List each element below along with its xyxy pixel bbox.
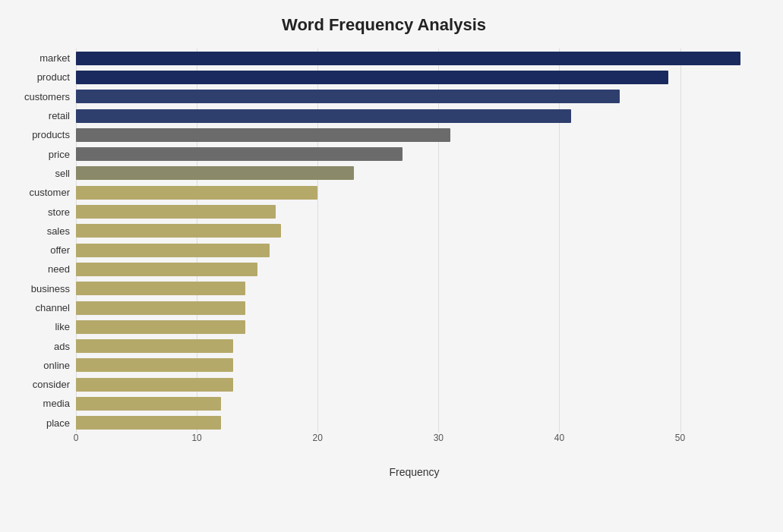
bar-sell	[76, 166, 354, 180]
bar-row-customers	[76, 88, 753, 105]
bar-product	[76, 71, 668, 84]
bar-row-media	[76, 395, 753, 412]
y-label-price: price	[49, 144, 70, 163]
grid-area	[76, 49, 753, 433]
bar-row-sales	[76, 222, 753, 239]
y-label-products: products	[32, 125, 70, 144]
y-label-product: product	[37, 68, 70, 87]
bars-area	[76, 49, 753, 433]
chart-title: Word Frequency Analysis	[15, 15, 753, 35]
bar-row-like	[76, 319, 753, 335]
y-label-consider: consider	[33, 375, 70, 394]
y-label-ads: ads	[54, 336, 70, 355]
y-label-sell: sell	[55, 164, 70, 183]
y-label-customer: customer	[30, 183, 70, 202]
bar-row-ads	[76, 338, 753, 354]
y-label-customers: customers	[24, 87, 70, 106]
bar-row-sell	[76, 165, 753, 181]
x-tick-0: 0	[74, 433, 79, 443]
x-tick-50: 50	[675, 433, 685, 443]
bar-row-place	[76, 414, 753, 431]
bar-retail	[76, 109, 571, 123]
bar-price	[76, 147, 403, 161]
bar-like	[76, 320, 245, 334]
bar-online	[76, 358, 233, 372]
x-tick-10: 10	[191, 433, 201, 443]
y-label-offer: offer	[50, 241, 70, 260]
bar-ads	[76, 339, 233, 353]
x-axis-container: 01020304050 Frequency	[76, 433, 753, 478]
bar-row-business	[76, 280, 753, 297]
y-label-online: online	[43, 356, 70, 375]
x-tick-20: 20	[313, 433, 323, 443]
y-axis-labels: marketproductcustomersretailproductspric…	[15, 49, 76, 433]
bar-place	[76, 416, 221, 430]
bar-market	[76, 52, 740, 65]
bar-row-consider	[76, 376, 753, 393]
bar-row-need	[76, 261, 753, 278]
y-label-market: market	[39, 49, 70, 68]
bar-row-product	[76, 69, 753, 86]
chart-container: Word Frequency Analysis marketproductcus…	[0, 0, 783, 532]
bar-channel	[76, 301, 245, 315]
y-label-channel: channel	[35, 298, 70, 317]
bar-sales	[76, 224, 281, 238]
bar-business	[76, 282, 245, 295]
bar-offer	[76, 244, 270, 257]
bar-customers	[76, 90, 620, 103]
bar-row-offer	[76, 242, 753, 259]
bar-row-store	[76, 203, 753, 220]
bar-store	[76, 205, 276, 219]
x-tick-30: 30	[434, 433, 444, 443]
y-label-need: need	[48, 260, 70, 279]
y-label-media: media	[43, 394, 70, 413]
y-label-business: business	[31, 279, 70, 298]
bar-consider	[76, 378, 233, 392]
bar-row-price	[76, 146, 753, 162]
bar-customer	[76, 186, 317, 200]
y-label-like: like	[55, 317, 70, 336]
y-label-sales: sales	[47, 222, 70, 241]
y-label-retail: retail	[49, 106, 70, 125]
y-label-place: place	[46, 414, 70, 433]
bar-media	[76, 397, 221, 411]
bar-row-market	[76, 50, 753, 67]
bar-row-online	[76, 357, 753, 373]
bar-need	[76, 263, 257, 276]
bar-row-products	[76, 127, 753, 143]
y-label-store: store	[48, 202, 70, 221]
x-axis-label: Frequency	[76, 466, 753, 478]
bar-products	[76, 128, 450, 142]
x-tick-40: 40	[554, 433, 564, 443]
bar-row-channel	[76, 300, 753, 316]
bar-row-customer	[76, 184, 753, 201]
bar-row-retail	[76, 108, 753, 124]
